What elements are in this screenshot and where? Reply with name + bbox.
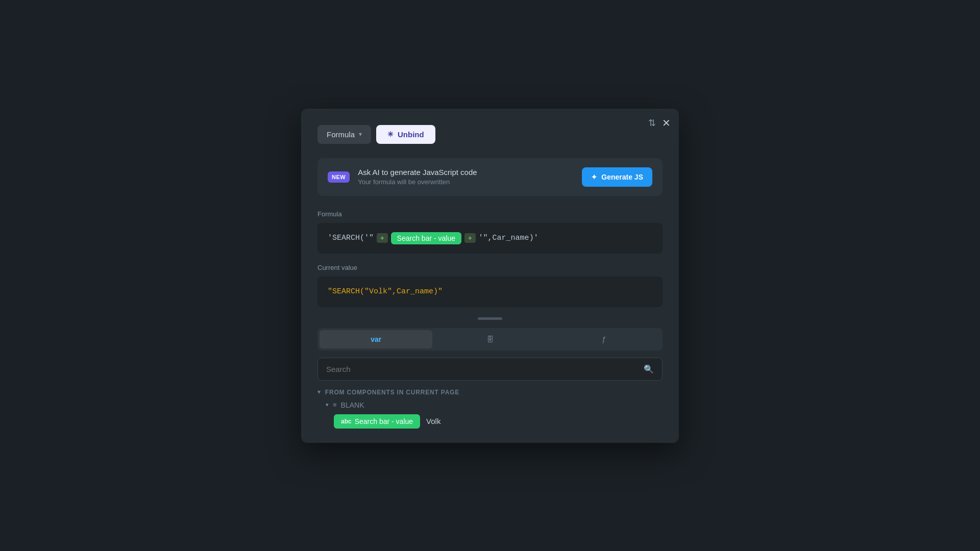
formula-tag-search-bar[interactable]: Search bar - value: [391, 232, 461, 244]
formula-chevron-icon: ▾: [359, 131, 362, 138]
chevron-down-icon: ▾: [317, 389, 321, 395]
search-bar-value: Volk: [426, 417, 440, 425]
formula-prefix: 'SEARCH('": [328, 234, 374, 242]
abc-icon: abc: [341, 418, 352, 425]
search-bar-container: 🔍: [317, 358, 663, 381]
ai-banner: NEW Ask AI to generate JavaScript code Y…: [317, 158, 663, 196]
blank-chevron-icon: ▾: [326, 402, 329, 408]
blank-row: ▾ ≡ BLANK: [317, 401, 663, 409]
search-bar-variable-item[interactable]: abc Search bar - value Volk: [317, 414, 663, 429]
current-value-label: Current value: [317, 264, 663, 271]
current-value-editor[interactable]: "SEARCH("Volk",Car_name)": [317, 277, 663, 307]
search-bar-tag-label: Search bar - value: [355, 417, 413, 425]
tab-bar: var 🗄 ƒ: [317, 328, 663, 350]
unbind-button[interactable]: ✳ Unbind: [376, 125, 435, 144]
search-icon: 🔍: [644, 364, 654, 374]
formula-label: Formula: [327, 130, 355, 139]
tab-database[interactable]: 🗄: [433, 330, 546, 348]
close-icon[interactable]: ✕: [662, 117, 671, 129]
search-bar-tag: abc Search bar - value: [334, 414, 420, 429]
formula-editor[interactable]: 'SEARCH('" + Search bar - value + '",Car…: [317, 223, 663, 254]
new-badge: NEW: [328, 171, 350, 183]
blank-list-icon: ≡: [333, 401, 337, 409]
tab-var[interactable]: var: [320, 330, 432, 348]
ai-primary-text: Ask AI to generate JavaScript code: [358, 168, 574, 177]
ai-text-block: Ask AI to generate JavaScript code Your …: [358, 168, 574, 186]
formula-dropdown-button[interactable]: Formula ▾: [317, 125, 371, 144]
components-header-label: FROM COMPONENTS IN CURRENT PAGE: [325, 389, 459, 396]
top-buttons: Formula ▾ ✳ Unbind: [317, 125, 663, 144]
tab-function[interactable]: ƒ: [548, 330, 660, 348]
drag-handle[interactable]: [317, 317, 663, 320]
generate-label: Generate JS: [601, 173, 643, 181]
components-section-header: ▾ FROM COMPONENTS IN CURRENT PAGE: [317, 389, 663, 396]
search-input[interactable]: [326, 365, 639, 373]
formula-suffix: '",Car_name)': [479, 234, 538, 242]
generate-js-button[interactable]: ✦ Generate JS: [582, 167, 652, 187]
blank-label: BLANK: [341, 401, 364, 409]
current-value-text: "SEARCH("Volk",Car_name)": [328, 287, 443, 296]
unbind-icon: ✳: [387, 130, 394, 138]
unbind-label: Unbind: [398, 130, 424, 139]
drag-handle-bar: [478, 317, 502, 320]
formula-plus-1: +: [377, 233, 388, 243]
formula-section-label: Formula: [317, 210, 663, 218]
ai-secondary-text: Your formula will be overwritten: [358, 178, 574, 186]
formula-plus-2: +: [464, 233, 476, 243]
resize-icon[interactable]: ⇅: [648, 117, 656, 129]
generate-icon: ✦: [591, 173, 597, 181]
